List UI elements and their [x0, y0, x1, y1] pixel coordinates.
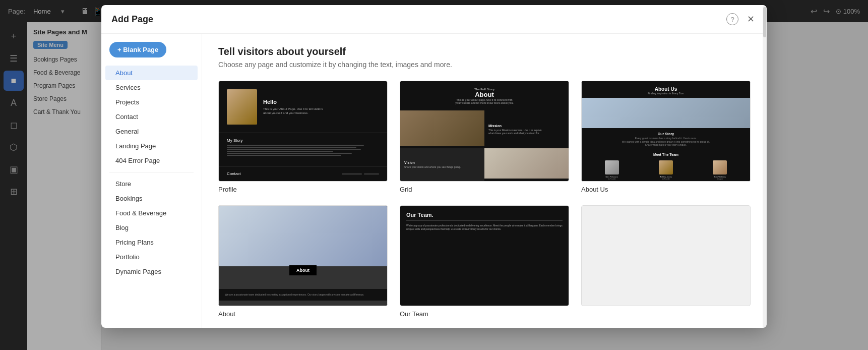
template-card-our-team[interactable]: Our Team. We're a group of passionate pr… — [400, 205, 569, 318]
template-preview-profile: Hello This is your About Page. Use it to… — [218, 81, 388, 182]
template-preview-about-landscape: About We are a passionate team dedicated… — [218, 205, 388, 306]
nav-item-contact[interactable]: Contact — [105, 109, 198, 124]
template-preview-about-us: About Us Finding Inspiration in Every Tu… — [581, 81, 751, 182]
modal-header-actions: ? ✕ — [726, 13, 757, 25]
nav-item-bookings[interactable]: Bookings — [105, 191, 198, 206]
add-page-modal: Add Page ? ✕ + Blank Page About Services… — [101, 5, 767, 328]
blank-page-button[interactable]: + Blank Page — [109, 42, 166, 57]
scrollbar-thumb — [763, 34, 766, 37]
content-title: Tell visitors about yourself — [218, 46, 751, 57]
nav-item-store[interactable]: Store — [105, 177, 198, 191]
modal-header: Add Page ? ✕ — [101, 5, 767, 34]
template-card-about-us[interactable]: About Us Finding Inspiration in Every Tu… — [581, 81, 751, 193]
help-button[interactable]: ? — [726, 13, 738, 25]
nav-item-404[interactable]: 404 Error Page — [105, 153, 198, 168]
nav-item-blog[interactable]: Blog — [105, 220, 198, 235]
modal-overlay: Add Page ? ✕ + Blank Page About Services… — [0, 0, 868, 350]
modal-scrollbar[interactable] — [763, 34, 767, 328]
preview-hello-text: Hello — [263, 99, 323, 105]
nav-item-food[interactable]: Food & Beverage — [105, 206, 198, 220]
modal-nav: + Blank Page About Services Projects Con… — [101, 34, 202, 328]
nav-item-landing[interactable]: Landing Page — [105, 139, 198, 153]
nav-item-general[interactable]: General — [105, 124, 198, 139]
template-preview-placeholder — [581, 205, 751, 306]
template-label-our-team: Our Team — [400, 306, 569, 318]
nav-item-services[interactable]: Services — [105, 80, 198, 95]
nav-item-projects[interactable]: Projects — [105, 95, 198, 109]
modal-body: + Blank Page About Services Projects Con… — [101, 34, 767, 328]
nav-item-about[interactable]: About — [105, 66, 198, 80]
template-card-grid[interactable]: The Full Story About This is your About … — [400, 81, 569, 193]
nav-item-dynamic[interactable]: Dynamic Pages — [105, 264, 198, 279]
nav-item-portfolio[interactable]: Portfolio — [105, 250, 198, 264]
content-subtitle: Choose any page and customize it by chan… — [218, 61, 751, 69]
template-label-profile: Profile — [218, 182, 388, 193]
template-grid: Hello This is your About Page. Use it to… — [218, 81, 751, 318]
template-label-about-us: About Us — [581, 182, 751, 193]
template-label-about-landscape: About — [218, 306, 388, 318]
modal-content-area: Tell visitors about yourself Choose any … — [202, 34, 767, 328]
close-button[interactable]: ✕ — [745, 13, 757, 25]
template-card-placeholder — [581, 205, 751, 318]
template-card-profile[interactable]: Hello This is your About Page. Use it to… — [218, 81, 388, 193]
nav-divider — [109, 172, 194, 172]
template-preview-our-team: Our Team. We're a group of passionate pr… — [400, 205, 569, 306]
modal-title: Add Page — [111, 14, 153, 25]
template-preview-grid: The Full Story About This is your About … — [400, 81, 569, 182]
template-card-about-landscape[interactable]: About We are a passionate team dedicated… — [218, 205, 388, 318]
nav-item-pricing[interactable]: Pricing Plans — [105, 235, 198, 250]
template-label-grid: Grid — [400, 182, 569, 193]
